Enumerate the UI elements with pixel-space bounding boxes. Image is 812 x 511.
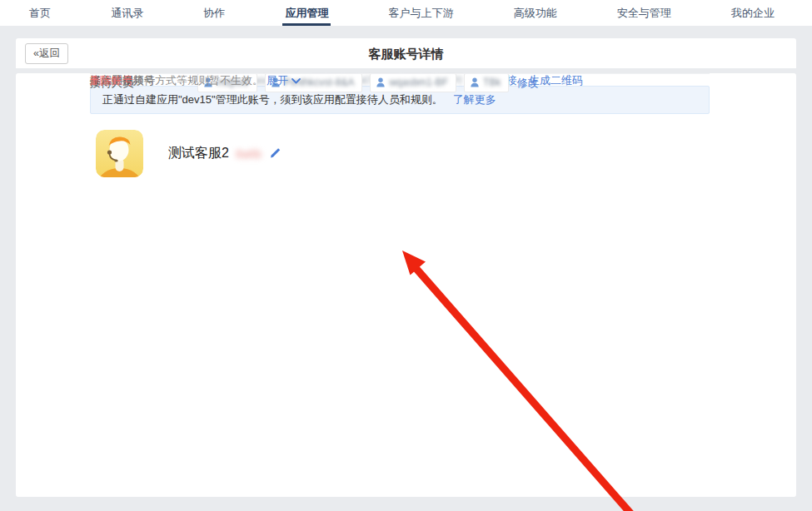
customer-service-avatar-icon xyxy=(96,130,143,177)
delete-account-row: 删除账号 xyxy=(90,73,133,88)
staff-member-chip: TBk xyxy=(464,73,509,92)
chevron-down-icon xyxy=(291,78,301,84)
account-name-redacted: 8a6b xyxy=(236,147,262,161)
detail-header-bar: «返回 客服账号详情 xyxy=(16,38,796,68)
nav-item-contacts[interactable]: 通讯录 xyxy=(111,0,143,26)
nav-item-app-management[interactable]: 应用管理 xyxy=(285,0,328,26)
top-navigation: 首页 通讯录 协作 应用管理 客户与上下游 高级功能 安全与管理 我的企业 xyxy=(0,0,812,26)
expand-label: 展开 xyxy=(267,73,288,88)
expand-rules-toggle[interactable]: 展开 xyxy=(267,73,301,88)
person-icon xyxy=(376,77,385,87)
nav-item-my-company[interactable]: 我的企业 xyxy=(731,0,775,26)
nav-item-customers[interactable]: 客户与上下游 xyxy=(389,0,454,26)
learn-more-link[interactable]: 了解更多 xyxy=(453,92,496,107)
banner-text: 正通过自建应用"dev15"管理此账号，须到该应用配置接待人员和规则。 xyxy=(102,92,443,107)
staff-member-chip: wqasbm1-BF xyxy=(370,73,456,92)
modify-staff-link[interactable]: 修改 xyxy=(516,76,538,91)
pencil-edit-icon[interactable] xyxy=(270,146,281,161)
staff-member-name-redacted: TBk xyxy=(483,77,501,88)
section-divider xyxy=(90,73,710,74)
profile-row: 测试客服2 8a6b xyxy=(96,130,281,177)
nav-item-collaboration[interactable]: 协作 xyxy=(203,0,225,26)
delete-account-button[interactable]: 删除账号 xyxy=(90,73,133,88)
account-name: 测试客服2 xyxy=(168,145,229,162)
nav-item-advanced[interactable]: 高级功能 xyxy=(514,0,557,26)
page-title: 客服账号详情 xyxy=(16,47,796,62)
person-icon xyxy=(471,77,479,87)
nav-item-security[interactable]: 安全与管理 xyxy=(617,0,671,26)
staff-member-name-redacted: wqasbm1-BF xyxy=(389,77,448,88)
account-detail-card: 正通过自建应用"dev15"管理此账号，须到该应用配置接待人员和规则。 了解更多… xyxy=(16,73,796,497)
nav-item-home[interactable]: 首页 xyxy=(29,0,51,26)
